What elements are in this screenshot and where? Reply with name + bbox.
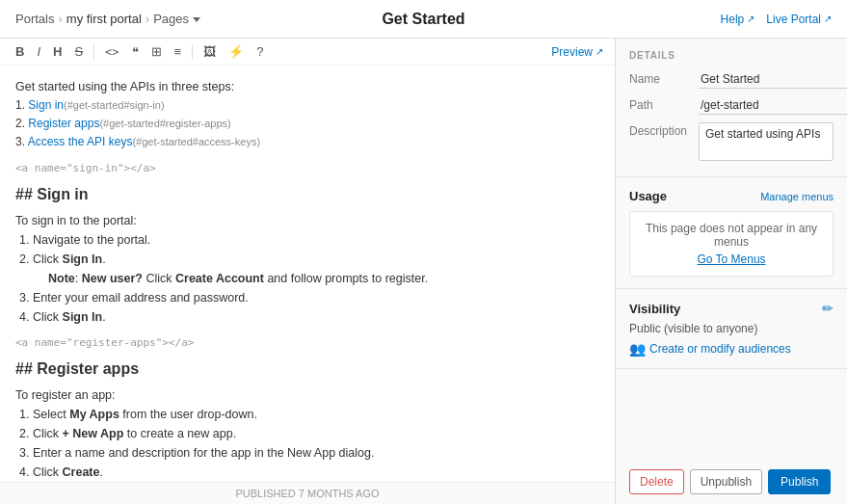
visibility-title: Visibility — [629, 302, 680, 316]
details-section-title: DETAILS — [629, 50, 834, 61]
code-button[interactable]: <> — [101, 44, 122, 60]
right-panel: DETAILS Name Path Description Get starte… — [616, 39, 847, 504]
publish-button[interactable]: Publish — [768, 469, 831, 494]
usage-box: This page does not appear in any menus G… — [629, 211, 834, 277]
editor-footer: PUBLISHED 7 MONTHS AGO — [0, 482, 615, 504]
description-field-row: Description Get started using APIs — [629, 122, 834, 161]
chevron-down-icon — [193, 17, 200, 22]
image-button[interactable]: 🖼 — [199, 43, 220, 60]
live-portal-link[interactable]: Live Portal ↗ — [766, 13, 832, 26]
toolbar-sep1 — [93, 44, 94, 60]
anchor1: <a name="sign-in"></a> — [15, 160, 599, 177]
list-button[interactable]: ≡ — [171, 43, 186, 60]
edit-visibility-icon[interactable]: ✏ — [822, 301, 834, 316]
editor-panel: B I H S <> ❝ ⊞ ≡ 🖼 ⚡ ? Preview ↗ Get sta… — [0, 39, 616, 504]
intro-text: Get started using the APIs in three step… — [15, 77, 599, 96]
quote-button[interactable]: ❝ — [128, 43, 143, 60]
toolbar-sep2 — [192, 44, 193, 60]
top-nav-actions: Help ↗ Live Portal ↗ — [721, 13, 832, 26]
register-steps: Select My Apps from the user drop-down. … — [33, 405, 599, 482]
usage-section-title: Usage — [629, 189, 667, 203]
audience-link-text: Create or modify audiences — [649, 342, 791, 356]
action-buttons: Delete Unpublish Publish — [616, 460, 847, 504]
go-to-menus-link[interactable]: Go To Menus — [640, 252, 823, 266]
main-layout: B I H S <> ❝ ⊞ ≡ 🖼 ⚡ ? Preview ↗ Get sta… — [0, 39, 847, 504]
step3-text: 3. Access the API keys(#get-started#acce… — [15, 133, 599, 151]
link-button[interactable]: ⚡ — [225, 43, 248, 60]
table-button[interactable]: ⊞ — [147, 43, 166, 60]
help-link[interactable]: Help ↗ — [721, 13, 755, 26]
portal-name: my first portal — [66, 12, 142, 26]
heading-sign-in: ## Sign in — [15, 182, 599, 207]
heading-register: ## Register apps — [15, 357, 599, 382]
preview-ext-icon: ↗ — [596, 46, 603, 57]
audience-icon: 👥 — [629, 341, 646, 357]
details-section: DETAILS Name Path Description Get starte… — [616, 39, 847, 177]
register-intro: To register an app: — [15, 385, 599, 405]
path-field-row: Path — [629, 96, 834, 115]
bold-button[interactable]: B — [12, 43, 28, 60]
step1-text: 1. Sign in(#get-started#sign-in) — [15, 96, 599, 115]
help-icon-button[interactable]: ? — [252, 43, 267, 60]
description-textarea[interactable]: Get started using APIs — [699, 122, 834, 161]
description-label: Description — [629, 122, 699, 138]
name-field-row: Name — [629, 70, 834, 89]
unpublish-button[interactable]: Unpublish — [690, 469, 762, 494]
name-input[interactable] — [699, 70, 847, 89]
step2-text: 2. Register apps(#get-started#register-a… — [15, 115, 599, 133]
pages-link[interactable]: Pages — [153, 12, 200, 26]
editor-toolbar: B I H S <> ❝ ⊞ ≡ 🖼 ⚡ ? Preview ↗ — [0, 39, 615, 66]
visibility-desc: Public (visible to anyone) — [629, 322, 834, 335]
usage-section: Usage Manage menus This page does not ap… — [616, 177, 847, 289]
live-portal-ext-icon: ↗ — [824, 13, 832, 24]
strike-button[interactable]: S — [70, 43, 87, 60]
sign-in-intro: To sign in to the portal: — [15, 211, 599, 230]
path-label: Path — [629, 96, 699, 112]
help-ext-icon: ↗ — [747, 13, 754, 24]
name-label: Name — [629, 70, 699, 86]
breadcrumb-sep1: › — [58, 12, 62, 26]
heading-button[interactable]: H — [49, 43, 66, 60]
italic-button[interactable]: I — [33, 43, 44, 60]
portals-link[interactable]: Portals — [15, 12, 54, 26]
editor-content[interactable]: Get started using the APIs in three step… — [0, 66, 615, 482]
visibility-section: Visibility ✏ Public (visible to anyone) … — [616, 289, 847, 369]
audience-link[interactable]: 👥 Create or modify audiences — [629, 341, 834, 357]
sign-in-steps: Navigate to the portal. Click Sign In.No… — [33, 230, 599, 327]
breadcrumb: Portals › my first portal › Pages — [15, 12, 200, 26]
usage-header: Usage Manage menus — [629, 189, 834, 203]
breadcrumb-sep2: › — [146, 12, 149, 26]
anchor2: <a name="register-apps"></a> — [15, 334, 599, 352]
page-title: Get Started — [382, 11, 464, 28]
preview-button[interactable]: Preview ↗ — [551, 45, 603, 59]
path-input[interactable] — [699, 96, 847, 115]
no-menus-text: This page does not appear in any menus — [646, 222, 817, 249]
manage-menus-link[interactable]: Manage menus — [760, 191, 834, 202]
delete-button[interactable]: Delete — [629, 469, 684, 494]
visibility-header: Visibility ✏ — [629, 301, 834, 316]
top-nav: Portals › my first portal › Pages Get St… — [0, 0, 847, 39]
